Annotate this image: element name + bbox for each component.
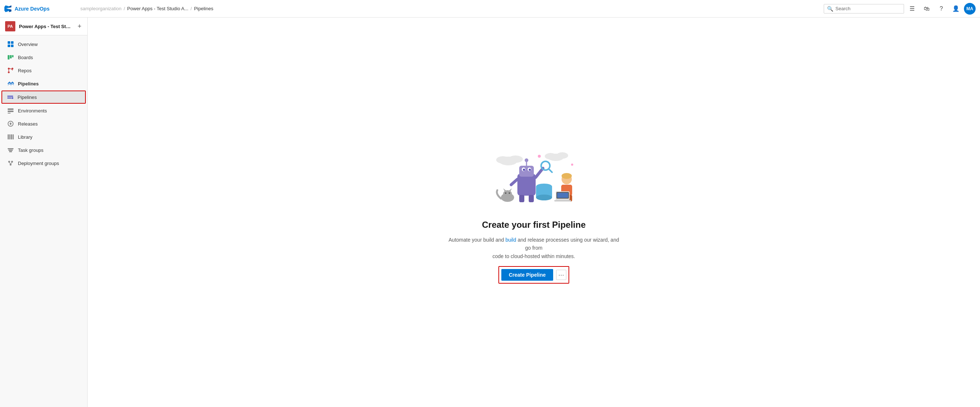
topbar-actions: 🔍 Search ☰ 🛍 ? 👤 MA <box>824 2 975 15</box>
user-settings-button[interactable]: 👤 <box>949 2 963 15</box>
releases-icon <box>7 120 14 127</box>
app-logo[interactable]: Azure DevOps <box>5 5 77 13</box>
svg-rect-23 <box>8 149 13 151</box>
svg-point-27 <box>10 164 12 166</box>
sidebar-item-overview-label: Overview <box>18 41 38 47</box>
svg-rect-0 <box>8 41 10 44</box>
empty-state-description: Automate your build and build and releas… <box>446 236 622 260</box>
sidebar-item-pipelines-parent[interactable]: Pipelines <box>0 77 87 90</box>
user-avatar-button[interactable]: MA <box>964 3 975 14</box>
sidebar-item-pipelines[interactable]: Pipelines <box>2 91 86 104</box>
svg-line-28 <box>9 163 11 164</box>
deployment-groups-icon <box>7 159 14 167</box>
svg-point-25 <box>8 161 10 163</box>
sidebar-item-boards-label: Boards <box>18 55 33 60</box>
svg-point-32 <box>496 156 509 164</box>
command-palette-button[interactable]: ☰ <box>905 2 919 15</box>
shopping-bag-button[interactable]: 🛍 <box>920 2 933 15</box>
sidebar-item-deployment-groups-label: Deployment groups <box>18 161 59 166</box>
svg-point-31 <box>508 156 523 163</box>
svg-point-60 <box>536 194 552 200</box>
main-layout: PA Power Apps - Test Stud... + Overview <box>0 17 980 407</box>
search-icon: 🔍 <box>827 6 833 12</box>
empty-state-title: Create your first Pipeline <box>482 220 585 230</box>
svg-line-48 <box>549 169 552 172</box>
help-button[interactable]: ? <box>935 2 948 15</box>
sidebar-item-boards[interactable]: Boards <box>0 51 87 64</box>
sidebar-item-task-groups-label: Task groups <box>18 148 43 153</box>
svg-rect-5 <box>10 55 12 59</box>
sidebar-item-releases-label: Releases <box>18 121 38 127</box>
sidebar-item-repos-label: Repos <box>18 68 32 73</box>
sidebar: PA Power Apps - Test Stud... + Overview <box>0 17 88 407</box>
svg-rect-51 <box>529 195 534 202</box>
sidebar-item-pipelines-parent-label: Pipelines <box>18 81 39 86</box>
svg-point-45 <box>525 158 528 162</box>
pipelines-parent-icon <box>7 80 14 87</box>
sidebar-item-overview[interactable]: Overview <box>0 38 87 51</box>
svg-rect-14 <box>8 108 14 110</box>
breadcrumb-sep-1: / <box>124 6 125 11</box>
svg-line-29 <box>11 163 12 164</box>
svg-rect-50 <box>519 195 524 202</box>
svg-point-53 <box>503 190 512 197</box>
sidebar-item-repos[interactable]: Repos <box>0 64 87 77</box>
repos-icon <box>7 67 14 74</box>
search-box[interactable]: 🔍 Search <box>824 4 904 14</box>
svg-rect-20 <box>11 134 12 140</box>
library-icon <box>7 133 14 140</box>
breadcrumb-sep-2: / <box>191 6 192 11</box>
create-pipeline-button[interactable]: Create Pipeline <box>501 269 553 281</box>
breadcrumb-project[interactable]: Power Apps - Test Studio A... <box>127 6 188 11</box>
sidebar-item-pipelines-label: Pipelines <box>18 95 37 100</box>
more-options-button[interactable]: ⋯ <box>556 270 566 280</box>
desc-build-link[interactable]: build <box>505 237 516 243</box>
svg-rect-22 <box>8 148 14 149</box>
svg-rect-12 <box>7 97 11 99</box>
svg-point-36 <box>538 155 541 158</box>
pipelines-sub-icon <box>6 94 14 101</box>
sidebar-item-environments-label: Environments <box>18 108 47 113</box>
svg-rect-3 <box>11 45 14 47</box>
svg-rect-15 <box>8 111 14 112</box>
project-header: PA Power Apps - Test Stud... + <box>0 17 87 35</box>
svg-point-56 <box>505 192 506 194</box>
svg-line-49 <box>511 179 517 185</box>
sidebar-item-library-label: Library <box>18 134 32 140</box>
svg-rect-38 <box>517 174 536 196</box>
svg-rect-19 <box>10 134 11 140</box>
svg-point-26 <box>11 161 13 163</box>
topbar: Azure DevOps sampleorganization / Power … <box>0 0 980 17</box>
svg-rect-21 <box>13 134 14 140</box>
svg-point-62 <box>562 173 572 179</box>
svg-line-46 <box>536 168 543 177</box>
app-name-label: Azure DevOps <box>14 6 50 12</box>
sidebar-item-deployment-groups[interactable]: Deployment groups <box>0 157 87 170</box>
svg-rect-24 <box>9 151 12 152</box>
main-content: Create your first Pipeline Automate your… <box>88 17 980 407</box>
sidebar-item-library[interactable]: Library <box>0 130 87 143</box>
sidebar-item-environments[interactable]: Environments <box>0 104 87 117</box>
svg-rect-6 <box>12 55 14 57</box>
empty-state: Create your first Pipeline Automate your… <box>446 141 622 284</box>
empty-state-actions: Create Pipeline ⋯ <box>498 266 569 284</box>
svg-point-37 <box>571 164 573 166</box>
add-project-button[interactable]: + <box>77 22 82 30</box>
project-avatar: PA <box>5 21 15 32</box>
environments-icon <box>7 107 14 114</box>
svg-rect-69 <box>557 193 568 198</box>
sidebar-item-releases[interactable]: Releases <box>0 117 87 130</box>
sidebar-item-task-groups[interactable]: Task groups <box>0 143 87 157</box>
azure-devops-logo-icon <box>5 5 13 13</box>
task-groups-icon <box>7 146 14 154</box>
svg-rect-39 <box>519 166 534 176</box>
svg-point-34 <box>557 152 568 159</box>
search-placeholder-text: Search <box>835 6 850 11</box>
sidebar-nav: Overview Boards <box>0 35 87 407</box>
breadcrumb-current-page: Pipelines <box>194 6 213 11</box>
svg-point-57 <box>509 192 510 194</box>
svg-rect-2 <box>8 45 10 47</box>
boards-icon <box>7 54 14 61</box>
overview-icon <box>7 41 14 48</box>
svg-point-13 <box>12 97 14 99</box>
